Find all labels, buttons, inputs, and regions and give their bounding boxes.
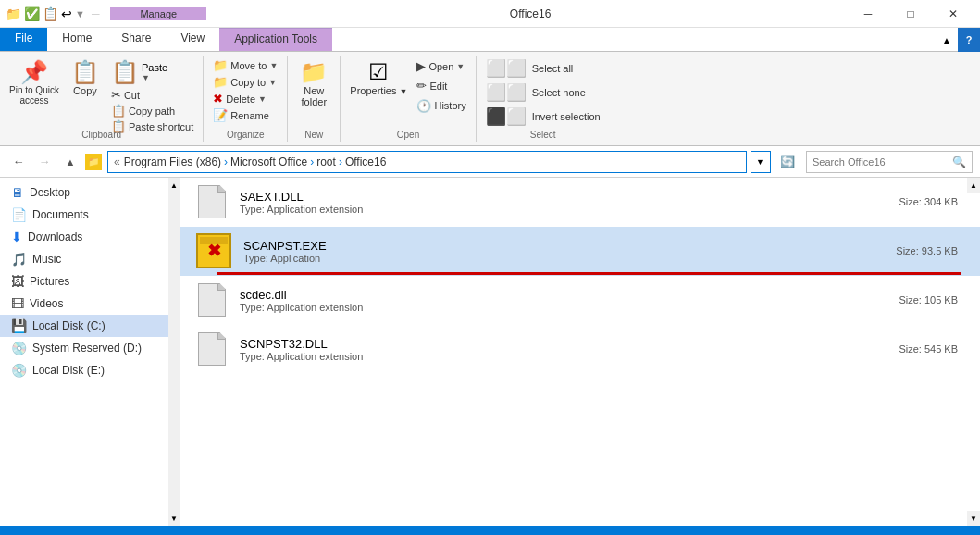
file-item-saext[interactable]: SAEXT.DLL Type: Application extension Si… [180,178,980,227]
select-all-icon: ⬜⬜ [486,58,527,79]
system-reserved-d-icon: 💿 [11,341,27,355]
tab-file[interactable]: File [0,28,47,51]
scanpst-name: SCANPST.EXE [243,239,885,253]
path-part-1[interactable]: Program Files (x86) [124,156,221,168]
edit-icon: ✏ [416,79,427,93]
desktop-icon: 🖥 [11,185,24,200]
maximize-button[interactable]: □ [889,0,932,28]
path-part-2[interactable]: Microsoft Office [230,156,307,168]
sidebar-item-desktop[interactable]: 🖥 Desktop [0,181,168,204]
clipboard-group: 📌 Pin to Quickaccess 📋 Copy 📋 Paste ▼ [0,56,204,142]
new-group: 📁 Newfolder New [288,56,341,142]
app-icon: 📁 ✅ 📋 ↩ ▼ ─ [6,6,103,21]
copy-to-arrow: ▼ [268,78,277,87]
local-disk-c-icon: 💾 [11,318,27,333]
copy-to-button[interactable]: 📁 Copy to ▼ [209,74,280,90]
address-dropdown-button[interactable]: ▼ [751,151,771,173]
delete-icon: ✖ [213,92,223,106]
sidebar-item-system-reserved-d[interactable]: 💿 System Reserved (D:) [0,337,168,359]
scnpst32-size: Size: 545 KB [899,343,958,355]
file-item-scdec[interactable]: scdec.dll Type: Application extension Si… [180,276,980,325]
select-none-icon: ⬜⬜ [486,82,527,103]
open-group: ☑ Properties ▼ ▶ Open ▼ ✏ Edit [341,56,476,142]
file-item-scnpst32[interactable]: SCNPST32.DLL Type: Application extension… [180,325,980,374]
address-bar[interactable]: « Program Files (x86) › Microsoft Office… [107,151,747,173]
select-none-button[interactable]: ⬜⬜ Select none [482,81,589,104]
rename-icon: 📝 [213,108,228,122]
tab-home[interactable]: Home [47,28,106,51]
new-folder-icon: 📁 [300,59,328,85]
sidebar-item-videos[interactable]: 🎞 Videos [0,292,168,315]
forward-button[interactable]: → [33,151,56,173]
open-button[interactable]: ▶ Open ▼ [413,58,469,74]
properties-arrow: ▼ [400,87,408,96]
properties-icon: ☑ [368,59,389,85]
tab-application-tools[interactable]: Application Tools [219,28,332,51]
ribbon-collapse-button[interactable]: ▲ [936,28,958,52]
copy-button[interactable]: 📋 Copy [65,57,105,98]
filelist-scroll-down[interactable]: ▼ [967,511,980,526]
paste-button[interactable]: 📋 Paste ▼ [107,57,197,87]
pin-icon: 📌 [20,59,48,85]
search-input[interactable] [813,156,952,168]
pictures-icon: 🖼 [11,274,24,289]
downloads-icon: ⬇ [11,230,22,244]
path-part-3[interactable]: root [316,156,336,168]
path-part-4[interactable]: Office16 [345,156,386,168]
scnpst32-name: SCNPST32.DLL [240,337,887,351]
scdec-type: Type: Application extension [240,302,887,313]
new-folder-button[interactable]: 📁 Newfolder [293,57,334,109]
copy-icon: 📋 [71,59,99,85]
sidebar-item-pictures[interactable]: 🖼 Pictures [0,270,168,292]
select-all-button[interactable]: ⬜⬜ Select all [482,57,577,80]
invert-icon: ⬛⬜ [486,106,527,127]
documents-icon: 📄 [11,207,27,222]
minimize-button[interactable]: ─ [847,0,889,28]
sidebar-scroll-down[interactable]: ▼ [168,511,180,526]
copy-path-icon: 📋 [111,104,126,118]
select-label: Select [482,128,604,140]
sidebar-item-local-disk-e[interactable]: 💿 Local Disk (E:) [0,359,168,381]
sidebar-item-documents[interactable]: 📄 Documents [0,204,168,226]
scanpst-size: Size: 93.5 KB [896,245,958,256]
organize-label: Organize [209,128,281,140]
paste-dropdown-arrow[interactable]: ▼ [142,73,167,82]
filelist-scroll-up[interactable]: ▲ [967,178,980,193]
properties-button[interactable]: ☑ Properties ▼ [346,57,411,98]
help-button[interactable]: ? [958,28,980,52]
refresh-button[interactable]: 🔄 [776,151,799,173]
back-button[interactable]: ← [7,151,30,173]
move-to-button[interactable]: 📁 Move to ▼ [209,57,281,73]
rename-button[interactable]: 📝 Rename [209,107,273,123]
file-item-scanpst[interactable]: ✖ SCANPST.EXE Type: Application Size: 93… [180,227,980,276]
saext-type: Type: Application extension [240,204,887,215]
close-button[interactable]: ✕ [932,0,974,28]
local-disk-e-icon: 💿 [11,363,27,378]
sidebar-scroll-up[interactable]: ▲ [168,178,180,193]
invert-selection-button[interactable]: ⬛⬜ Invert selection [482,106,604,128]
search-box[interactable]: 🔍 [806,151,973,173]
paste-icon: 📋 [111,59,139,85]
up-button[interactable]: ▲ [59,151,81,173]
sidebar-item-music[interactable]: 🎵 Music [0,248,168,270]
copy-path-button[interactable]: 📋 Copy path [107,103,197,118]
edit-button[interactable]: ✏ Edit [413,78,469,93]
open-arrow: ▼ [456,62,465,71]
music-icon: 🎵 [11,252,27,267]
scnpst32-icon [195,330,229,367]
pin-to-quick-access-button[interactable]: 📌 Pin to Quickaccess [6,57,63,107]
cut-button[interactable]: ✂ Cut [107,87,197,103]
delete-button[interactable]: ✖ Delete ▼ [209,91,270,106]
scanpst-icon: ✖ [195,232,232,269]
sidebar-item-downloads[interactable]: ⬇ Downloads [0,226,168,248]
new-label: New [293,128,334,140]
tab-view[interactable]: View [166,28,219,51]
open-label: Open [346,128,469,140]
saext-name: SAEXT.DLL [240,190,887,204]
scnpst32-type: Type: Application extension [240,351,887,362]
tab-share[interactable]: Share [106,28,166,51]
open-icon: ▶ [416,59,426,73]
organize-group: 📁 Move to ▼ 📁 Copy to ▼ ✖ Delete ▼ 📝 Ren… [204,56,288,142]
history-button[interactable]: 🕐 History [413,98,469,114]
sidebar-item-local-disk-c[interactable]: 💾 Local Disk (C:) [0,315,168,337]
